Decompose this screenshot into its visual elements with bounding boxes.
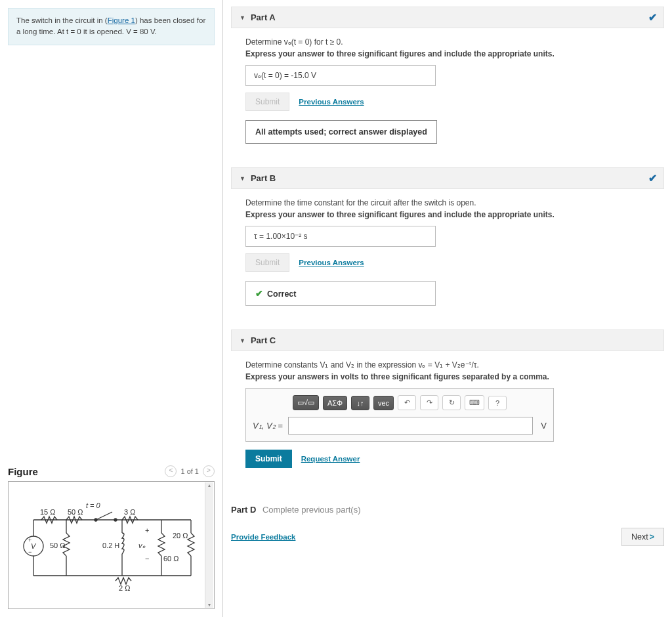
- part-b-feedback: ✔Correct: [245, 281, 436, 306]
- part-a-prompt: Determine vₒ(t = 0) for t ≥ 0.: [245, 37, 664, 47]
- part-c-answer-input[interactable]: [288, 417, 534, 435]
- figure-next-button[interactable]: >: [203, 465, 215, 477]
- part-c-toolbar: ▭√▭ ΑΣΦ ↓↑ vec ↶ ↷ ↻ ⌨ ?: [253, 395, 547, 410]
- figure-pager-text: 1 of 1: [180, 467, 199, 475]
- problem-intro: The switch in the circuit in (Figure 1) …: [8, 8, 215, 45]
- next-button-label: Next: [631, 532, 648, 542]
- footer-row: Provide Feedback Next>: [231, 528, 664, 546]
- chevron-right-icon: >: [650, 532, 654, 542]
- svg-text:3 Ω: 3 Ω: [124, 508, 135, 516]
- intro-text-prefix: The switch in the circuit in (: [16, 16, 108, 24]
- part-c-input-panel: ▭√▭ ΑΣΦ ↓↑ vec ↶ ↷ ↻ ⌨ ? V₁, V₂ = V: [245, 388, 554, 442]
- part-c-body: Determine constants V₁ and V₂ in the exp…: [231, 351, 664, 494]
- undo-button[interactable]: ↶: [398, 395, 416, 410]
- figure-prev-button[interactable]: <: [165, 465, 177, 477]
- svg-text:60 Ω: 60 Ω: [163, 555, 179, 563]
- svg-text:0.2 H: 0.2 H: [102, 542, 119, 549]
- figure-title: Figure: [8, 466, 38, 477]
- left-panel: The switch in the circuit in (Figure 1) …: [0, 0, 223, 617]
- greek-button[interactable]: ΑΣΦ: [323, 396, 347, 410]
- svg-text:50 Ω: 50 Ω: [50, 542, 66, 549]
- part-b-feedback-text: Correct: [267, 289, 296, 299]
- svg-text:−: −: [145, 555, 149, 563]
- svg-text:50 Ω: 50 Ω: [68, 508, 83, 516]
- svg-text:20 Ω: 20 Ω: [173, 532, 188, 540]
- part-a-feedback: All attempts used; correct answer displa…: [245, 120, 437, 144]
- part-b-header[interactable]: ▼ Part B ✔: [231, 167, 664, 189]
- figure-scrollbar[interactable]: [205, 482, 213, 608]
- svg-point-9: [114, 519, 117, 521]
- svg-text:2 Ω: 2 Ω: [119, 584, 130, 592]
- part-b-answer: τ = 1.00×10⁻² s: [245, 226, 436, 247]
- next-button[interactable]: Next>: [621, 528, 664, 546]
- caret-down-icon: ▼: [240, 337, 245, 344]
- part-a-answer: vₒ(t = 0) = -15.0 V: [245, 65, 436, 86]
- figure-section: Figure < 1 of 1 >: [8, 465, 215, 609]
- part-b-submit-button: Submit: [245, 253, 289, 272]
- part-c-variable-label: V₁, V₂ =: [253, 421, 283, 431]
- svg-text:+: +: [145, 526, 149, 534]
- templates-button[interactable]: ▭√▭: [293, 395, 319, 410]
- part-a-previous-answers-link[interactable]: Previous Answers: [299, 98, 364, 106]
- keyboard-button[interactable]: ⌨: [465, 395, 484, 410]
- figure-pager: < 1 of 1 >: [165, 465, 215, 477]
- svg-text:15 Ω: 15 Ω: [40, 508, 56, 516]
- part-a-header[interactable]: ▼ Part A ✔: [231, 7, 664, 28]
- part-d-row: Part D Complete previous part(s): [231, 505, 664, 515]
- part-c-title: Part C: [251, 335, 276, 345]
- svg-text:V: V: [31, 542, 37, 550]
- figure-box: t = 0 15 Ω 50 Ω 3 Ω 50 Ω 0.2 H + vₒ − 20…: [8, 481, 215, 609]
- reset-button[interactable]: ↻: [442, 395, 461, 410]
- part-c-request-answer-link[interactable]: Request Answer: [301, 455, 360, 463]
- part-d-status: Complete previous part(s): [262, 505, 361, 515]
- part-c-submit-button[interactable]: Submit: [245, 450, 292, 468]
- part-c-prompt: Determine constants V₁ and V₂ in the exp…: [245, 360, 664, 370]
- right-panel: ▼ Part A ✔ Determine vₒ(t = 0) for t ≥ 0…: [223, 0, 672, 617]
- part-a-submit-button: Submit: [245, 93, 289, 111]
- part-d-title: Part D: [231, 505, 256, 515]
- part-b-prompt: Determine the time constant for the circ…: [245, 198, 664, 207]
- circuit-diagram: t = 0 15 Ω 50 Ω 3 Ω 50 Ω 0.2 H + vₒ − 20…: [20, 500, 204, 592]
- provide-feedback-link[interactable]: Provide Feedback: [231, 533, 295, 541]
- part-a-instruction: Express your answer to three significant…: [245, 49, 664, 58]
- part-b-body: Determine the time constant for the circ…: [231, 189, 664, 323]
- help-button[interactable]: ?: [488, 396, 507, 410]
- figure-link[interactable]: Figure 1: [108, 16, 135, 24]
- part-c-instruction: Express your answers in volts to three s…: [245, 372, 664, 381]
- part-c-unit: V: [538, 421, 547, 431]
- svg-text:t = 0: t = 0: [86, 501, 101, 509]
- check-icon: ✔: [648, 11, 657, 24]
- subscript-button[interactable]: ↓↑: [351, 396, 369, 410]
- svg-text:−: −: [28, 549, 32, 555]
- svg-line-8: [96, 512, 112, 520]
- part-b-previous-answers-link[interactable]: Previous Answers: [299, 259, 364, 266]
- check-icon: ✔: [255, 288, 263, 299]
- caret-down-icon: ▼: [240, 175, 245, 182]
- caret-down-icon: ▼: [240, 14, 245, 21]
- vec-button[interactable]: vec: [373, 396, 394, 410]
- svg-text:+: +: [28, 537, 32, 543]
- part-c-header[interactable]: ▼ Part C: [231, 330, 664, 351]
- svg-text:vₒ: vₒ: [138, 542, 146, 549]
- part-b-instruction: Express your answer to three significant…: [245, 210, 664, 219]
- part-a-title: Part A: [251, 12, 276, 22]
- part-b-title: Part B: [251, 173, 276, 183]
- redo-button[interactable]: ↷: [420, 395, 438, 410]
- check-icon: ✔: [648, 172, 657, 184]
- part-a-body: Determine vₒ(t = 0) for t ≥ 0. Express y…: [231, 28, 664, 161]
